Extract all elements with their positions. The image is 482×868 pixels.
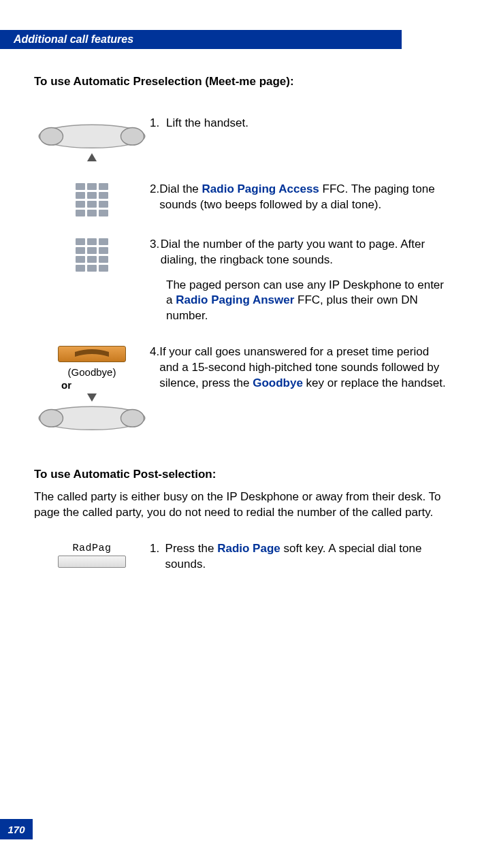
page-number: 170 [0, 819, 33, 839]
step-number: 2. [150, 182, 159, 213]
goodbye-key-icon [58, 346, 126, 362]
svg-point-2 [120, 128, 144, 145]
softkey-icon: RadPag [34, 541, 150, 573]
step-body: Press the Radio Page soft key. A special… [165, 541, 448, 573]
step-text: 1. Press the Radio Page soft key. A spec… [150, 541, 448, 573]
key-link: Goodbye [253, 376, 303, 389]
step-text: 4. If your call goes unanswered for a pr… [150, 344, 448, 438]
step-number: 4. [150, 344, 159, 391]
svg-point-4 [40, 410, 63, 427]
svg-point-1 [40, 128, 63, 145]
step-row: 2. Dial the Radio Paging Access FFC. The… [34, 182, 448, 216]
text-fragment: Press the [165, 542, 218, 555]
handset-down-icon [34, 399, 150, 438]
handset-lift-icon [34, 116, 150, 161]
step-number: 1. [150, 541, 165, 573]
header-bar: Additional call features [0, 30, 402, 49]
softkey-label: RadPag [72, 543, 111, 554]
section2-title: To use Automatic Post-selection: [34, 468, 448, 481]
content-area: To use Automatic Preselection (Meet-me p… [34, 75, 448, 593]
step-text: 2. Dial the Radio Paging Access FFC. The… [150, 182, 448, 216]
step-row: 1. Lift the handset. [34, 116, 448, 161]
or-label: or [61, 379, 71, 391]
svg-point-5 [120, 410, 144, 427]
step-row: (Goodbye) or 4. If your call goes unansw… [34, 344, 448, 438]
keypad-icon [34, 182, 150, 216]
ffc-link: Radio Paging Answer [176, 293, 294, 306]
step-row: 3. Dial the number of the party you want… [34, 237, 448, 325]
step-body: Lift the handset. [166, 116, 248, 131]
step-paragraph: The paged person can use any IP Deskphon… [166, 278, 448, 325]
step-number: 1. [150, 116, 166, 131]
step-body: Dial the number of the party you want to… [161, 237, 448, 268]
section1-title: To use Automatic Preselection (Meet-me p… [34, 75, 448, 89]
ffc-link: Radio Paging Access [202, 182, 319, 195]
softkey-button-icon [58, 556, 126, 568]
goodbye-label: (Goodbye) [68, 366, 116, 378]
text-fragment: key or replace the handset. [303, 376, 446, 389]
section2-intro: The called party is either busy on the I… [34, 489, 448, 521]
goodbye-or-handset-icon: (Goodbye) or [34, 344, 150, 438]
step-body: If your call goes unanswered for a prese… [159, 344, 448, 391]
softkey-link: Radio Page [217, 542, 280, 555]
header-title: Additional call features [14, 33, 133, 46]
step-row: RadPag 1. Press the Radio Page soft key.… [34, 541, 448, 573]
text-fragment: Dial the [159, 182, 202, 195]
keypad-icon [34, 237, 150, 325]
document-page: Additional call features To use Automati… [0, 0, 482, 868]
step-number: 3. [150, 237, 161, 268]
step-body: Dial the Radio Paging Access FFC. The pa… [159, 182, 448, 213]
step-text: 1. Lift the handset. [150, 116, 448, 161]
step-text: 3. Dial the number of the party you want… [150, 237, 448, 325]
